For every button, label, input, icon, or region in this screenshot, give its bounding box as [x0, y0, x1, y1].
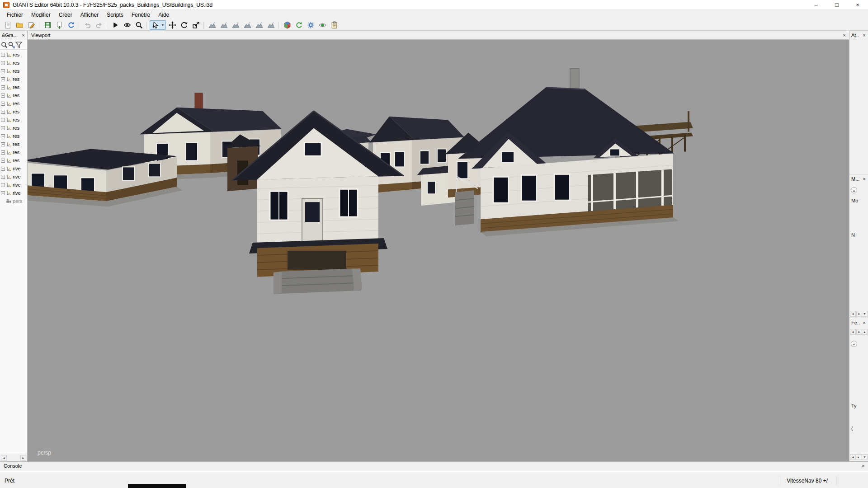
scroll-left-button[interactable]: ◄	[850, 311, 856, 317]
save-file-button[interactable]	[42, 20, 53, 30]
reload-scene-button[interactable]	[66, 20, 76, 30]
scroll-up-button[interactable]: ▲	[862, 329, 868, 335]
terrain-close-icon[interactable]: ×	[861, 320, 867, 325]
house-right-large[interactable]	[455, 69, 679, 236]
expander-icon[interactable]: +	[1, 61, 5, 65]
attributes-close-icon[interactable]: ×	[861, 33, 867, 38]
collapse-up-button[interactable]: ▲	[851, 187, 857, 193]
tree-item-0[interactable]: +res	[0, 51, 27, 59]
terrain-tool-1-button[interactable]	[207, 20, 217, 30]
menu-afficher[interactable]: Afficher	[76, 11, 103, 19]
tree-item-6[interactable]: +res	[0, 99, 27, 108]
settings-button[interactable]	[305, 20, 316, 30]
search-icon[interactable]	[0, 41, 7, 48]
tree-item-18[interactable]: pers	[0, 197, 27, 205]
scroll-down-button[interactable]: ▼	[862, 311, 868, 317]
material-header[interactable]: M... ×	[849, 174, 868, 183]
expander-icon[interactable]: +	[1, 110, 5, 114]
tree-item-9[interactable]: +res	[0, 124, 27, 132]
expander-icon[interactable]: +	[1, 69, 5, 73]
tree-item-1[interactable]: +res	[0, 59, 27, 67]
export-file-button[interactable]	[54, 20, 65, 30]
scenegraph-close-icon[interactable]: ×	[20, 33, 26, 38]
menu-fenetre[interactable]: Fenêtre	[127, 11, 154, 19]
tree-item-7[interactable]: +res	[0, 108, 27, 116]
viewport-canvas[interactable]: persp	[28, 40, 849, 461]
menu-fichier[interactable]: Fichier	[3, 11, 27, 19]
scroll-up-button[interactable]: ▲	[855, 454, 861, 460]
tree-item-3[interactable]: +res	[0, 75, 27, 83]
tree-item-5[interactable]: +res	[0, 91, 27, 99]
collapse-up-button[interactable]: ▲	[851, 341, 857, 347]
tree-item-10[interactable]: +res	[0, 132, 27, 140]
maximize-button[interactable]: □	[826, 0, 847, 9]
tree-item-12[interactable]: +res	[0, 148, 27, 156]
expander-icon[interactable]: +	[1, 85, 5, 89]
expander-icon[interactable]: +	[1, 77, 5, 81]
tree-item-15[interactable]: +rive	[0, 173, 27, 181]
tree-item-16[interactable]: +rive	[0, 181, 27, 189]
scenegraph-hscrollbar[interactable]: ◄ ►	[0, 454, 27, 461]
terrain-tool-4-button[interactable]	[242, 20, 253, 30]
terrain-tool-6-button[interactable]	[265, 20, 276, 30]
tree-item-11[interactable]: +res	[0, 140, 27, 148]
play-button[interactable]	[110, 20, 121, 30]
tree-item-17[interactable]: +rive	[0, 189, 27, 197]
menu-modifier[interactable]: Modifier	[27, 11, 55, 19]
tree-item-13[interactable]: +res	[0, 156, 27, 164]
select-dropdown[interactable]: ▼	[160, 20, 166, 30]
expander-icon[interactable]: +	[1, 159, 5, 163]
scroll-left-button[interactable]: ◄	[1, 455, 7, 461]
tree-item-14[interactable]: +rive	[0, 164, 27, 173]
menu-scripts[interactable]: Scripts	[103, 11, 127, 19]
viewport-tab[interactable]: Viewport ×	[28, 31, 849, 40]
tree-item-2[interactable]: +res	[0, 67, 27, 75]
select-button[interactable]	[150, 20, 160, 30]
visibility-button[interactable]	[122, 20, 132, 30]
rotate-button[interactable]	[179, 20, 189, 30]
expander-icon[interactable]: +	[1, 142, 5, 146]
scale-button[interactable]	[190, 20, 201, 30]
redo-button[interactable]	[94, 20, 104, 30]
translate-button[interactable]	[167, 20, 178, 30]
expander-icon[interactable]: +	[1, 134, 5, 138]
axis-cube-button[interactable]	[282, 20, 292, 30]
expander-icon[interactable]: +	[1, 118, 5, 122]
search-advanced-icon[interactable]	[8, 41, 14, 48]
minimize-button[interactable]: –	[806, 0, 826, 9]
terrain-header[interactable]: Fe.. ×	[849, 318, 868, 327]
open-file-button[interactable]	[14, 20, 25, 30]
tree-item-8[interactable]: +res	[0, 116, 27, 124]
attributes-header[interactable]: At.. ×	[849, 31, 868, 40]
scenegraph-header[interactable]: &Gra... ×	[0, 31, 27, 40]
scroll-down-button[interactable]: ▼	[862, 454, 868, 460]
undo-button[interactable]	[82, 20, 93, 30]
new-file-button[interactable]	[2, 20, 13, 30]
expander-icon[interactable]: +	[1, 126, 5, 130]
menu-aide[interactable]: Aide	[154, 11, 173, 19]
console-close-icon[interactable]: ×	[860, 463, 866, 469]
viewport-close-icon[interactable]: ×	[841, 33, 847, 38]
scroll-right-button[interactable]: ►	[20, 455, 26, 461]
expander-icon[interactable]: +	[1, 167, 5, 171]
material-close-icon[interactable]: ×	[861, 176, 867, 182]
expander-icon[interactable]: +	[1, 102, 5, 106]
expander-icon[interactable]: +	[1, 53, 5, 57]
scroll-left-button[interactable]: ◄	[850, 329, 856, 335]
expander-icon[interactable]: +	[1, 175, 5, 179]
filter-icon[interactable]	[15, 41, 22, 48]
expander-icon[interactable]: +	[1, 94, 5, 98]
expander-icon[interactable]: +	[1, 183, 5, 187]
paste-button[interactable]	[329, 20, 340, 30]
zoom-button[interactable]	[133, 20, 144, 30]
house-ranch-left[interactable]	[28, 149, 182, 206]
terrain-tool-2-button[interactable]	[218, 20, 229, 30]
tree-item-4[interactable]: +res	[0, 83, 27, 91]
expander-icon[interactable]: +	[1, 150, 5, 155]
terrain-tool-5-button[interactable]	[254, 20, 264, 30]
terrain-tool-3-button[interactable]	[230, 20, 241, 30]
edit-file-button[interactable]	[26, 20, 37, 30]
scenegraph-tree[interactable]: +res+res+res+res+res+res+res+res+res+res…	[0, 50, 27, 454]
render-mode-button[interactable]	[317, 20, 328, 30]
expander-icon[interactable]: +	[1, 191, 5, 195]
